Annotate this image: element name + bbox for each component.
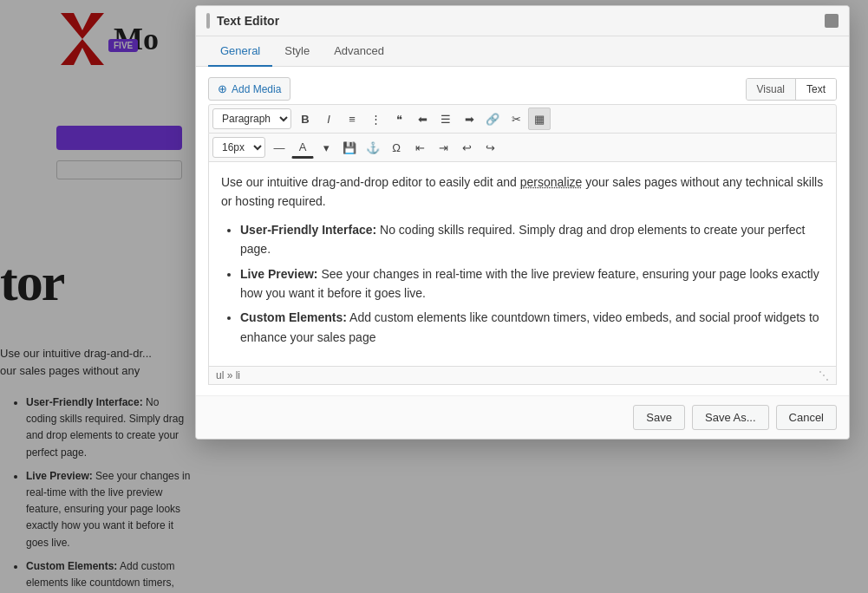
- align-left-button[interactable]: ⬅: [411, 108, 434, 130]
- add-media-icon: ⊕: [218, 82, 227, 95]
- color-dropdown-button[interactable]: ▾: [315, 136, 337, 159]
- outdent-button[interactable]: ⇤: [408, 136, 431, 159]
- link-button[interactable]: 🔗: [481, 108, 504, 130]
- visual-tab[interactable]: Visual: [747, 79, 795, 100]
- italic-button[interactable]: I: [317, 108, 340, 130]
- tab-advanced[interactable]: Advanced: [322, 36, 396, 67]
- tab-style[interactable]: Style: [272, 36, 322, 67]
- save-as-button[interactable]: Save As...: [692, 405, 769, 430]
- editor-statusbar: ul » li ⋱: [208, 367, 837, 385]
- unordered-list-button[interactable]: ≡: [341, 108, 363, 130]
- add-media-label: Add Media: [232, 83, 281, 95]
- modal-title-left: Text Editor: [206, 13, 279, 29]
- anchor-button[interactable]: ⚓: [362, 136, 384, 159]
- text-tab[interactable]: Text: [795, 79, 836, 100]
- list-item-custom: Custom Elements: Add custom elements lik…: [240, 308, 824, 347]
- text-color-button[interactable]: A: [291, 136, 314, 159]
- modal-close-button[interactable]: [825, 14, 839, 28]
- modal-titlebar: Text Editor: [196, 6, 849, 36]
- text-editor-modal: Text Editor General Style Advanced ⊕ Add…: [195, 5, 850, 440]
- editor-paragraph: Use our intuitive drag-and-drop editor t…: [221, 173, 824, 212]
- em-dash-button[interactable]: —: [268, 136, 290, 159]
- omega-button[interactable]: Ω: [385, 136, 408, 159]
- save-draft-button[interactable]: 💾: [338, 136, 361, 159]
- editor-list: User-Friendly Interface: No coding skill…: [221, 220, 824, 347]
- paragraph-select[interactable]: Paragraph Heading 1 Heading 2 Heading 3: [212, 108, 291, 129]
- editor-area: ⊕ Add Media Visual Text Paragraph Headin…: [196, 67, 849, 395]
- resize-handle-icon[interactable]: ⋱: [819, 369, 829, 381]
- modal-title-text: Text Editor: [217, 14, 279, 28]
- editor-content-area[interactable]: Use our intuitive drag-and-drop editor t…: [208, 162, 837, 367]
- save-button[interactable]: Save: [633, 405, 685, 430]
- toolbar-top-row: ⊕ Add Media Visual Text: [208, 77, 837, 101]
- format-toolbar-row2: 16px 12px 14px 18px 24px — A ▾ 💾 ⚓ Ω ⇤ ⇥…: [208, 134, 837, 162]
- undo-button[interactable]: ↩: [455, 136, 478, 159]
- unlink-button[interactable]: ✂: [505, 108, 527, 130]
- drag-handle-icon: [206, 13, 210, 29]
- align-center-button[interactable]: ☰: [434, 108, 457, 130]
- list-item-preview: Live Preview: See your changes in real-t…: [240, 264, 824, 303]
- redo-button[interactable]: ↪: [479, 136, 501, 159]
- modal-tabs: General Style Advanced: [196, 36, 849, 67]
- modal-footer: Save Save As... Cancel: [196, 395, 849, 439]
- blockquote-button[interactable]: ❝: [388, 108, 410, 130]
- align-right-button[interactable]: ➡: [458, 108, 480, 130]
- tab-general[interactable]: General: [208, 36, 272, 67]
- editor-path: ul » li: [216, 369, 240, 381]
- indent-button[interactable]: ⇥: [432, 136, 454, 159]
- format-toolbar-row1: Paragraph Heading 1 Heading 2 Heading 3 …: [208, 104, 837, 134]
- ordered-list-button[interactable]: ⋮: [364, 108, 387, 130]
- font-size-select[interactable]: 16px 12px 14px 18px 24px: [212, 137, 265, 158]
- bold-button[interactable]: B: [294, 108, 317, 130]
- cancel-button[interactable]: Cancel: [776, 405, 837, 430]
- visual-text-tabs: Visual Text: [746, 78, 837, 101]
- personalize-text: personalize: [520, 175, 583, 189]
- add-media-button[interactable]: ⊕ Add Media: [208, 77, 290, 101]
- table-button[interactable]: ▦: [528, 108, 551, 130]
- list-item-friendly: User-Friendly Interface: No coding skill…: [240, 220, 824, 259]
